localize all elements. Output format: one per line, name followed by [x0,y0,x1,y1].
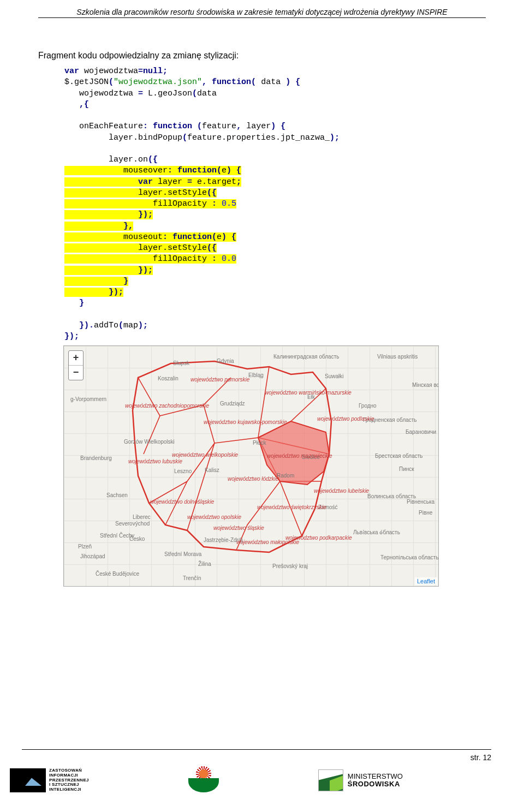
logo-right-line2: ŚRODOWISKA [348,780,400,788]
map-city-label: g-Vorpommern [70,396,106,402]
map-surface[interactable]: SłupskGdyniaKoszalinElblągSuwałkiGrudzią… [64,346,438,586]
map-region-label: województwo lubuskie [128,458,182,464]
map-city-label: Plzeň [78,544,92,550]
map-region-label: województwo świętokrzyskie [257,504,326,510]
map-city-label: Gdynia [217,358,234,364]
map-city-label: České Budějovice [96,571,139,577]
map-city-label: Мінская вобласць [412,382,439,388]
map-city-label: Тернопільська область [380,554,439,560]
map-region-label: województwo podkarpackie [285,535,352,541]
zoom-out-button[interactable]: − [69,365,83,380]
page-number: str. 12 [22,753,491,762]
map-region-label: województwo mazowieckie [267,453,332,459]
map-city-label: Severovýchod [115,521,150,527]
map-city-label: Рівненська [407,499,434,505]
map-widget[interactable]: SłupskGdyniaKoszalinElblągSuwałkiGrudzią… [63,345,439,587]
logo-right-line1: MINISTERSTWO [348,772,403,780]
map-city-label: Liberec [133,514,151,520]
map-city-label: Prešovský kraj [272,563,308,569]
code-block: var wojewodztwa=null; $.getJSON("wojewod… [64,66,486,342]
map-city-label: Льві́вська о́бласть [353,529,400,535]
map-city-label: Płock [253,440,266,446]
map-city-label: Гродно [359,403,377,409]
map-region-label: województwo lubelskie [314,488,369,494]
logo-right: MINISTERSTWO ŚRODOWISKA [318,769,403,791]
map-city-label: Střední Morava [164,551,201,557]
map-city-label: Рівне [419,510,432,516]
map-city-label: Suwałki [325,373,343,379]
map-city-label: Sachsen [106,492,128,498]
map-city-label: Koszalin [158,375,178,381]
section-title: Fragment kodu odpowiedzialny za zmianę s… [38,51,486,61]
map-city-label: Elbląg [248,372,264,378]
map-city-label: Gorzów Wielkopolski [124,439,175,445]
map-region-label: województwo łódzkie [228,476,278,482]
map-city-label: Брестская область [375,453,423,459]
map-city-label: Kalisz [205,467,219,473]
map-region-label: województwo opolskie [187,514,241,520]
map-city-label: Барановичи [406,429,436,435]
map-region-label: województwo podlaskie [317,416,374,422]
map-city-label: Leszno [174,468,192,474]
map-region-label: województwo wielkopolskie [172,452,238,458]
logo-left: ZASTOSOWAŃINFORMACJIPRZESTRZENNEJI SZTUC… [22,768,89,792]
map-city-label: Jihozápad [80,553,105,559]
map-region-label: województwo dolnośląskie [150,499,214,505]
map-region-label: województwo pomorskie [190,377,249,383]
map-city-label: Słupsk [173,360,189,366]
map-city-label: Žilina [198,561,211,567]
map-city-label: Brandenburg [80,455,112,461]
map-city-label: Vilniaus apskritis [377,354,418,360]
logo-left-text: ZASTOSOWAŃINFORMACJIPRZESTRZENNEJI SZTUC… [49,768,89,792]
zoom-in-button[interactable]: + [69,351,83,365]
map-attribution[interactable]: Leaflet [415,577,437,585]
map-region-label: województwo śląskie [213,525,264,531]
map-region-label: województwo kujawsko-pomorskie [204,419,287,425]
map-city-label: Калининградская область [273,354,339,360]
map-city-label: Česko [129,536,145,542]
map-city-label: Radom [277,473,294,479]
page-footer: str. 12 ZASTOSOWAŃINFORMACJIPRZESTRZENNE… [22,749,491,796]
zoom-controls: + − [68,350,84,380]
logo-center [187,765,220,796]
map-city-label: Trenčín [183,575,201,581]
map-region-label: województwo warmińsko-mazurskie [265,390,352,396]
map-city-label: Grudziądz [220,401,245,407]
map-city-label: Пинск [399,466,414,472]
map-region-label: województwo zachodniopomorskie [125,403,209,409]
page-header: Szkolenia dla pracowników resortu środow… [38,8,486,18]
